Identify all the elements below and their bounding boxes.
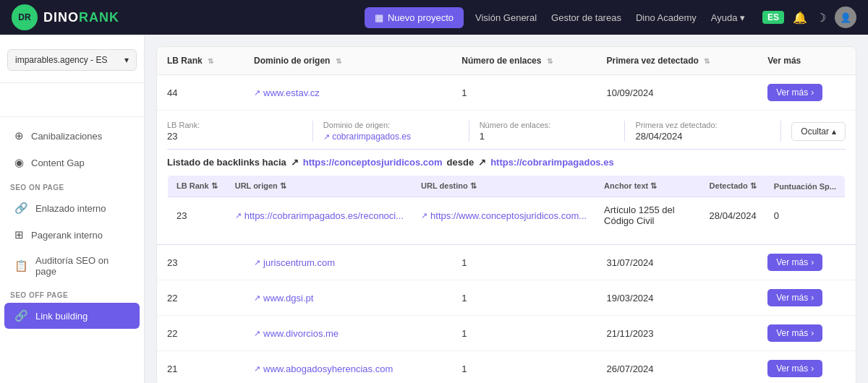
inner-col-anchor-text[interactable]: Anchor text ⇅ [595, 176, 700, 197]
inner-backlinks-table: LB Rank ⇅ URL origen ⇅ URL destino ⇅ Anc… [167, 175, 846, 234]
sidebar-item-content-gap-label: Content Gap [31, 158, 85, 168]
project-selector-label: imparables.agency - ES [15, 55, 107, 65]
inner-table-row: 23 ↗ https://cobrarimpagados.es/reconoci… [168, 197, 846, 234]
lang-badge[interactable]: ES [762, 11, 784, 24]
avatar[interactable]: 👤 [835, 7, 856, 28]
nav-link-vision[interactable]: Visión General [475, 12, 537, 23]
dominio-link[interactable]: ↗ juriscentrum.com [254, 257, 441, 268]
destination-domain-link[interactable]: https://conceptosjuridicos.com [303, 157, 443, 168]
table-header-row: LB Rank ⇅ Dominio de origen ⇅ Número de … [157, 47, 856, 75]
sidebar-item-link-building[interactable]: 🔗 Link building [4, 303, 140, 329]
cell-enlaces: 1 [451, 316, 596, 351]
sort-icon-enlaces: ⇅ [547, 57, 553, 65]
cell-ver-mas: Ver más › [757, 351, 856, 384]
sort-icon-primera: ⇅ [704, 57, 710, 65]
ext-icon: ↗ [323, 132, 330, 141]
sidebar-divider-2 [0, 116, 144, 117]
cell-primera-vez: 19/03/2024 [596, 280, 757, 316]
col-lb-rank-label: LB Rank [167, 56, 203, 66]
cell-primera-vez: 10/09/2024 [596, 75, 757, 111]
cell-primera-vez: 26/07/2024 [596, 351, 757, 384]
cell-ver-mas: Ver más › [757, 75, 856, 111]
inner-col-puntuacion[interactable]: Puntuación Sp... [765, 176, 846, 197]
cell-ver-mas: Ver más › [757, 245, 856, 280]
sidebar-item-placeholder[interactable] [4, 89, 140, 111]
project-selector-wrapper: imparables.agency - ES ▾ [0, 43, 144, 77]
table-row: 21 ↗ www.abogadosyherencias.com 1 26/07/… [157, 351, 856, 384]
ext-icon: ↗ [235, 211, 242, 220]
ver-mas-button[interactable]: Ver más › [767, 324, 822, 342]
sidebar-item-content-gap[interactable]: ◉ Content Gap [4, 150, 140, 176]
cell-lb-rank: 23 [157, 245, 244, 280]
dark-mode-icon[interactable]: ☽ [816, 11, 826, 25]
project-selector[interactable]: imparables.agency - ES ▾ [7, 49, 137, 71]
sort-icon: ⇅ [211, 181, 218, 190]
sort-icon-lb-rank: ⇅ [208, 57, 213, 65]
logo-icon: DR [12, 4, 38, 30]
cell-dominio: ↗ www.estav.cz [244, 75, 451, 111]
sidebar-item-pagerank[interactable]: ⊞ Pagerank interno [4, 222, 140, 248]
inner-col-detectado[interactable]: Detectado ⇅ [701, 176, 765, 197]
meta-action: Ocultar ▴ [781, 121, 846, 142]
notification-icon[interactable]: 🔔 [793, 11, 807, 25]
enlazado-icon: 🔗 [14, 202, 28, 215]
external-link-icon: ↗ [254, 88, 260, 98]
topnav-icons: ES 🔔 ☽ 👤 [762, 7, 856, 28]
layout: imparables.agency - ES ▾ ⊕ Canibalizacio… [0, 35, 868, 383]
backlinks-table: LB Rank ⇅ Dominio de origen ⇅ Número de … [157, 47, 856, 383]
meta-primera-label: Primera vez detectado: [635, 121, 770, 129]
sidebar-item-enlazado[interactable]: 🔗 Enlazado interno [4, 195, 140, 221]
nav-link-dino[interactable]: Dino Academy [636, 12, 697, 23]
nuevo-proyecto-button[interactable]: ▦ Nuevo proyecto [365, 7, 464, 28]
url-destino-link[interactable]: ↗ https://www.conceptosjuridicos.com... [421, 210, 587, 221]
cell-ver-mas: Ver más › [757, 316, 856, 351]
url-origen-link[interactable]: ↗ https://cobrarimpagados.es/reconoci... [235, 210, 404, 221]
dominio-link[interactable]: ↗ www.estav.cz [254, 87, 441, 98]
meta-enlaces-label: Número de enlaces: [480, 121, 615, 129]
ocultar-button[interactable]: Ocultar ▴ [791, 122, 846, 141]
inner-col-url-destino[interactable]: URL destino ⇅ [412, 176, 595, 197]
col-lb-rank[interactable]: LB Rank ⇅ [157, 47, 244, 75]
ext-icon: ↗ [254, 293, 260, 303]
nav-link-ayuda[interactable]: Ayuda ▾ [711, 12, 745, 23]
col-dominio-label: Dominio de origen [254, 56, 330, 66]
ver-mas-button[interactable]: Ver más › [767, 360, 822, 377]
cell-dominio: ↗ juriscentrum.com [244, 245, 451, 280]
logo-text: DINORANK [43, 10, 119, 25]
chevron-right-icon: › [811, 293, 814, 303]
sidebar-item-auditoria-label: Auditoría SEO on page [35, 255, 129, 277]
ver-mas-button[interactable]: Ver más › [767, 84, 822, 101]
nav-link-gestor[interactable]: Gestor de tareas [551, 12, 621, 23]
meta-enlaces: Número de enlaces: 1 [469, 121, 626, 142]
seo-on-page-section-label: SEO ON PAGE [0, 176, 144, 194]
inner-col-lb-rank[interactable]: LB Rank ⇅ [168, 176, 226, 197]
sidebar-item-auditoria[interactable]: 📋 Auditoría SEO on page [4, 249, 140, 283]
sort-icon: ⇅ [470, 181, 477, 190]
col-dominio[interactable]: Dominio de origen ⇅ [244, 47, 451, 75]
sidebar-item-canibalizaciones[interactable]: ⊕ Canibalizaciones [4, 123, 140, 149]
col-enlaces[interactable]: Número de enlaces ⇅ [451, 47, 596, 75]
meta-dominio-link[interactable]: ↗ cobrarimpagados.es [323, 132, 411, 142]
source-domain-link[interactable]: https://cobrarimpagados.es [490, 157, 613, 168]
table-row: 44 ↗ www.estav.cz 1 10/09/2024 Ver más › [157, 75, 856, 111]
dominio-link[interactable]: ↗ www.divorcios.me [254, 328, 441, 339]
title-prefix: Listado de backlinks hacia [167, 157, 286, 168]
inner-col-url-origen[interactable]: URL origen ⇅ [226, 176, 412, 197]
ver-mas-button[interactable]: Ver más › [767, 254, 822, 271]
cell-ver-mas: Ver más › [757, 280, 856, 316]
dominio-link[interactable]: ↗ www.dgsi.pt [254, 293, 441, 304]
table-row: 22 ↗ www.dgsi.pt 1 19/03/2024 Ver más › [157, 280, 856, 316]
dominio-link[interactable]: ↗ www.abogadosyherencias.com [254, 363, 441, 374]
sidebar-item-canibalizaciones-label: Canibalizaciones [31, 131, 102, 142]
ver-mas-button[interactable]: Ver más › [767, 289, 822, 306]
sidebar-divider-1 [0, 82, 144, 83]
col-primera-vez[interactable]: Primera vez detectado ⇅ [596, 47, 757, 75]
cell-dominio: ↗ www.abogadosyherencias.com [244, 351, 451, 384]
main-content: LB Rank ⇅ Dominio de origen ⇅ Número de … [145, 35, 868, 383]
inner-cell-anchor-text: Artículo 1255 del Código Civil [595, 197, 700, 234]
nuevo-proyecto-label: Nuevo proyecto [388, 12, 454, 23]
ext-icon: ↗ [254, 329, 260, 338]
cell-dominio: ↗ www.divorcios.me [244, 316, 451, 351]
logo[interactable]: DR DINORANK [12, 4, 119, 30]
inner-cell-detectado: 28/04/2024 [701, 197, 765, 234]
